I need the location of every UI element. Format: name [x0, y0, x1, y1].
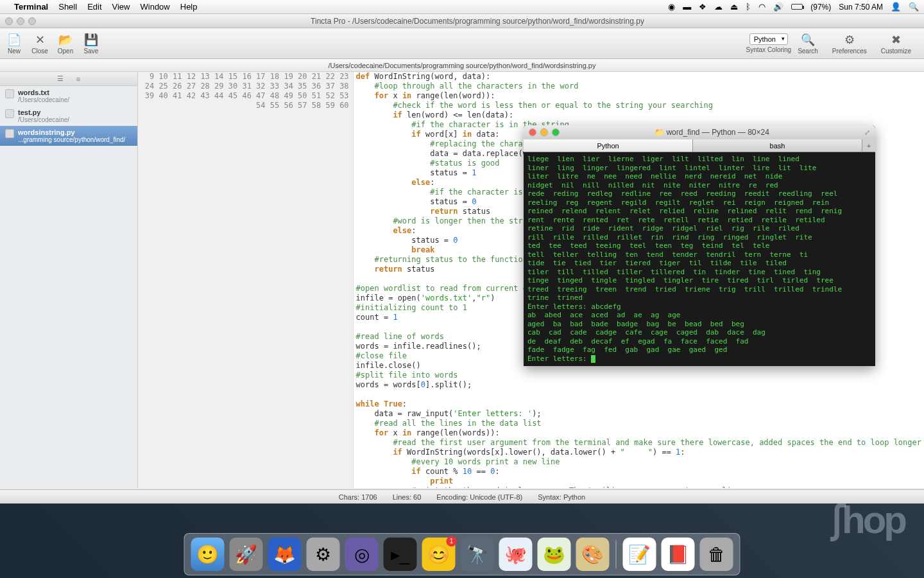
editor-title: Tincta Pro - /Users/codecaine/Documents/… — [36, 17, 919, 26]
status-syntax: Syntax: Python — [538, 493, 585, 501]
dock-terminal[interactable]: ▸_ — [384, 538, 417, 571]
status-lines: Lines: 60 — [393, 493, 422, 501]
battery-text: (97%) — [810, 3, 831, 12]
language-select[interactable]: Python — [749, 33, 788, 45]
search-button[interactable]: 🔍Search — [798, 32, 818, 55]
volume-icon[interactable]: 🔊 — [773, 2, 783, 12]
sidebar-file-0[interactable]: words.txt/Users/codecaine/ — [0, 86, 137, 106]
tab-python[interactable]: Python — [524, 139, 693, 152]
menu-shell[interactable]: Shell — [58, 2, 77, 12]
terminal-tabs: Python bash + — [524, 139, 875, 152]
tab-bash[interactable]: bash — [693, 139, 862, 152]
term-expand-icon[interactable]: ⤢ — [864, 128, 870, 137]
dock-finder[interactable]: 🙂 — [191, 538, 225, 571]
list-view-icon[interactable]: ☰ — [57, 74, 64, 83]
dock-app5[interactable]: ◎ — [345, 538, 379, 571]
spotlight-icon[interactable]: 🔍 — [909, 2, 919, 12]
outline-view-icon[interactable]: ≡ — [76, 75, 80, 83]
sidebar-file-1[interactable]: test.py/Users/codecaine/ — [0, 106, 137, 126]
dock-launchpad[interactable]: 🚀 — [230, 538, 263, 571]
folder-icon[interactable]: ▬ — [683, 2, 691, 12]
dock-ichat[interactable]: 😊1 — [422, 538, 456, 571]
dock-pdf[interactable]: 📕 — [662, 538, 695, 571]
dock-frog[interactable]: 🐸 — [538, 538, 571, 571]
zoom-icon[interactable] — [28, 17, 36, 25]
save-button[interactable]: 💾Save — [82, 32, 100, 55]
file-sidebar: ☰≡ words.txt/Users/codecaine/test.py/Use… — [0, 72, 138, 488]
bluetooth-icon[interactable]: ᛒ — [746, 2, 751, 12]
dock-binoculars[interactable]: 🔭 — [461, 538, 494, 571]
terminal-window[interactable]: 📁 word_find — Python — 80×24 ⤢ Python ba… — [524, 125, 875, 366]
path-bar: /Users/codecaine/Documents/programming s… — [0, 59, 924, 72]
editor-toolbar: 📄New ✕Close 📂Open 💾Save Python Syntax Co… — [0, 28, 924, 59]
dock-squid[interactable]: 🐙 — [499, 538, 533, 571]
term-close-icon[interactable] — [529, 128, 536, 136]
term-zoom-icon[interactable] — [552, 128, 560, 136]
menubar: Terminal Shell Edit View Window Help ◉ ▬… — [0, 0, 924, 14]
menu-window[interactable]: Window — [141, 2, 170, 12]
user-icon[interactable]: 👤 — [891, 2, 901, 12]
editor-titlebar[interactable]: Tincta Pro - /Users/codecaine/Documents/… — [0, 14, 924, 28]
sync-icon[interactable]: ❖ — [699, 2, 706, 12]
badge: 1 — [447, 536, 457, 547]
menu-view[interactable]: View — [112, 2, 130, 12]
line-gutter: 9 10 11 12 13 14 15 16 17 18 19 20 21 22… — [138, 72, 354, 488]
terminal-title: 📁 word_find — Python — 80×24 — [560, 128, 864, 137]
dock-firefox[interactable]: 🦊 — [268, 538, 302, 571]
terminal-output[interactable]: liege lien lier lierne liger lilt lilted… — [524, 152, 875, 365]
close-icon[interactable] — [5, 17, 13, 25]
status-chars: Chars: 1706 — [339, 493, 377, 501]
wifi-icon[interactable]: ◠ — [758, 2, 766, 12]
tab-add-icon[interactable]: + — [862, 139, 875, 152]
open-button[interactable]: 📂Open — [56, 32, 74, 55]
menu-help[interactable]: Help — [180, 2, 198, 12]
cursor-icon — [591, 355, 595, 363]
dock-trash[interactable]: 🗑 — [700, 538, 733, 571]
clock[interactable]: Sun 7:50 AM — [839, 3, 883, 12]
battery-icon[interactable] — [791, 4, 803, 10]
dock-paint[interactable]: 🎨 — [576, 538, 610, 571]
dock-separator — [616, 540, 617, 568]
status-encoding: Encoding: Unicode (UTF-8) — [436, 493, 522, 501]
prefs-button[interactable]: ⚙Preferences — [832, 32, 867, 55]
syntax-label: Syntax Coloring — [746, 46, 792, 53]
dock-settings[interactable]: ⚙ — [307, 538, 340, 571]
camera-icon[interactable]: ◉ — [668, 2, 675, 12]
status-bar: Chars: 1706 Lines: 60 Encoding: Unicode … — [0, 489, 924, 504]
cloud-icon[interactable]: ☁ — [714, 2, 723, 12]
term-minimize-icon[interactable] — [540, 128, 548, 136]
terminal-titlebar[interactable]: 📁 word_find — Python — 80×24 ⤢ — [524, 125, 875, 139]
new-button[interactable]: 📄New — [5, 32, 23, 55]
eject-icon[interactable]: ⏏ — [730, 2, 738, 12]
dock-textedit[interactable]: 📝 — [623, 538, 656, 571]
close-button[interactable]: ✕Close — [31, 32, 49, 55]
menu-app[interactable]: Terminal — [14, 2, 48, 12]
customize-button[interactable]: ✖Customize — [881, 32, 911, 55]
dock: 🙂 🚀 🦊 ⚙ ◎ ▸_ 😊1 🔭 🐙 🐸 🎨 📝 📕 🗑 — [184, 533, 740, 575]
minimize-icon[interactable] — [17, 17, 24, 25]
menu-edit[interactable]: Edit — [87, 2, 101, 12]
sidebar-file-2[interactable]: wordsinstring.py...gramming source/pytho… — [0, 126, 137, 146]
